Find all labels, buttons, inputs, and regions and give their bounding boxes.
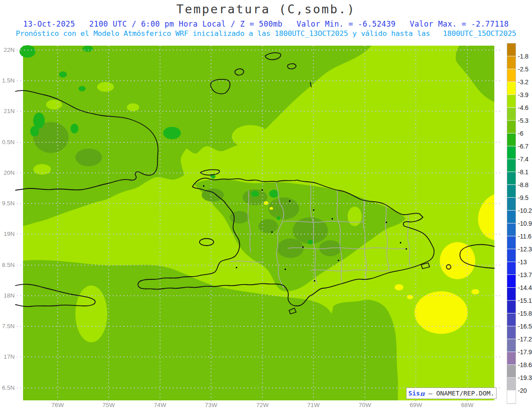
lat-label: 6.5N [0, 384, 15, 392]
colorbar-segment [507, 146, 516, 159]
page-title: Temperatura (C,somb.) [0, 2, 532, 16]
lat-label: 8.5N [0, 261, 15, 269]
colorbar-segment [507, 262, 516, 275]
colorbar-segment [507, 172, 516, 185]
badge-separator: – [425, 390, 436, 397]
colorbar-tick-label: -18.6 [518, 361, 532, 369]
colorbar-segment [507, 56, 516, 69]
contour-fill-layer [20, 45, 494, 400]
colorbar-segment [507, 249, 516, 262]
weather-map-page: { "header": { "title": "Temperatura (C,s… [0, 0, 532, 411]
colorbar-tick-label: -15.1 [518, 297, 532, 305]
lat-label: 7.5N [0, 322, 15, 330]
colorbar-tick-label: -13 [518, 258, 532, 266]
colorbar-tick-label: -8.1 [518, 168, 532, 176]
colorbar-segment [507, 288, 516, 301]
lat-label: 0.5N [0, 138, 15, 146]
colorbar-segment [507, 365, 516, 378]
colorbar-tick-label: -6.7 [518, 142, 532, 150]
colorbar-tick-label: -7.4 [518, 155, 532, 163]
colorbar-tick-label: -1.8 [518, 52, 532, 60]
colorbar-segment [507, 43, 516, 56]
lat-label: 19N [0, 230, 15, 238]
brand-sis-label: Sis [408, 390, 420, 397]
colorbar-segment [507, 391, 516, 403]
lon-label: 69W [406, 402, 426, 409]
brand-badge: Sisπ – ONAMET/REP.DOM. [406, 388, 497, 399]
colorbar-tick-label: -12.3 [518, 245, 532, 253]
colorbar-segment [507, 236, 516, 249]
colorbar-tick-label: -17.2 [518, 335, 532, 343]
colorbar-tick-label: -11.6 [518, 232, 532, 240]
colorbar-segment [507, 198, 516, 211]
colorbar-tick-label: -15.8 [518, 309, 532, 317]
lon-label: 73W [201, 402, 221, 409]
colorbar-segment [507, 352, 516, 365]
colorbar-segment [507, 211, 516, 223]
lat-label: 20N [0, 169, 15, 177]
lon-label: 71W [304, 402, 323, 409]
colorbar-segment [507, 185, 516, 198]
subtitle-model-validity: Pronóstico con el Modelo Atmósferico WRF… [0, 29, 532, 38]
colorbar-tick-label: -3.2 [518, 78, 532, 86]
lat-label: 22N [0, 46, 15, 54]
colorbar-tick-label: -14.4 [518, 284, 532, 292]
lat-label: 17N [0, 353, 15, 361]
colorbar-segment [507, 223, 516, 236]
colorbar-segment [507, 108, 516, 121]
colorbar-tick-label: -10.2 [518, 207, 532, 215]
colorbar-tick-label: -17.9 [518, 348, 532, 356]
colorbar-tick-label: -6 [518, 129, 532, 137]
subtitle-datetime-level: 13-Oct-2025 2100 UTC / 6:00 pm Hora Loca… [0, 20, 532, 28]
lat-label: 9.5N [0, 200, 15, 207]
forecast-map [0, 0, 532, 411]
colorbar-segment [507, 133, 516, 146]
colorbar-tick-label: -5.3 [518, 117, 532, 125]
colorbar-segment [507, 121, 516, 133]
organization-label: ONAMET/REP.DOM. [436, 390, 494, 397]
colorbar-tick-label: -13.7 [518, 271, 532, 279]
colorbar-tick-label: -16.5 [518, 322, 532, 330]
colorbar-segment [507, 301, 516, 313]
lon-label: 68W [458, 402, 477, 409]
colorbar-segment [507, 95, 516, 108]
lat-label: 1.5N [0, 77, 15, 85]
lon-label: 75W [99, 402, 118, 409]
lat-label: 18N [0, 292, 15, 300]
colorbar-tick-label: -10.9 [518, 219, 532, 227]
colorbar-tick-label: -19.3 [518, 374, 532, 382]
lat-label: 21N [0, 107, 15, 115]
colorbar-segment [507, 82, 516, 95]
lon-label: 72W [253, 402, 272, 409]
colorbar-tick-label: -2.5 [518, 65, 532, 73]
colorbar-tick-label: -20 [518, 387, 532, 395]
colorbar-tick-label: -4.6 [518, 104, 532, 112]
colorbar-segment [507, 159, 516, 172]
lon-label: 74W [150, 402, 170, 409]
colorbar-segment [507, 69, 516, 82]
colorbar-tick-label: -9.5 [518, 194, 532, 202]
colorbar-segment [507, 378, 516, 391]
colorbar-tick-label: -3.9 [518, 91, 532, 99]
colorbar-segment [507, 339, 516, 352]
colorbar [507, 43, 516, 403]
colorbar-segment [507, 313, 516, 326]
pi-symbol: π [420, 390, 425, 397]
colorbar-segment [507, 326, 516, 339]
lon-label: 70W [355, 402, 375, 409]
colorbar-tick-label: -8.8 [518, 181, 532, 189]
lon-label: 76W [48, 402, 67, 409]
colorbar-segment [507, 275, 516, 288]
fill-medium-tongue [328, 300, 398, 400]
